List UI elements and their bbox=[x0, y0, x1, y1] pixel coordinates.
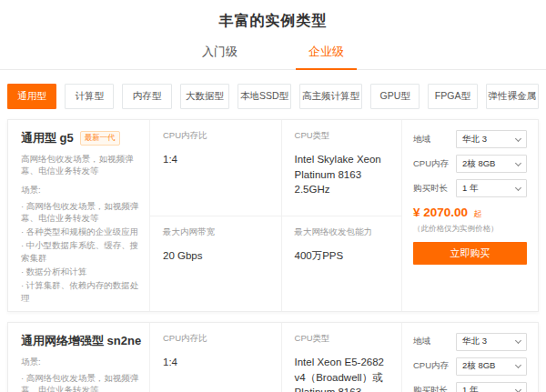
scene-list: 高网络包收发场景，如视频弹幕、电信业务转发等 各种类型和规模的企业级应用 中小型… bbox=[21, 200, 142, 304]
instance-description: 高网络包收发场景，如视频弹幕、电信业务转发等 bbox=[21, 153, 142, 177]
spec-grid: CPU内存比 1:4 CPU类型 Intel Xeon E5-2682 v4（B… bbox=[149, 323, 401, 392]
buy-now-button[interactable]: 立即购买 bbox=[413, 242, 527, 265]
spec-cpu-mem-ratio: CPU内存比 1:4 bbox=[150, 323, 281, 392]
instance-title: 通用型 g5 bbox=[21, 130, 74, 146]
spec-value: 1:4 bbox=[163, 152, 268, 167]
spec-label: 最大网络收发包能力 bbox=[295, 226, 389, 238]
region-select-value: 华北 3 bbox=[462, 134, 487, 146]
spec-label: CPU类型 bbox=[295, 333, 389, 345]
spec-value: 20 Gbps bbox=[163, 248, 268, 264]
price-note: （此价格仅为实例价格） bbox=[413, 224, 527, 235]
scene-item: 中小型数据库系统、缓存、搜索集群 bbox=[21, 239, 142, 264]
cpu-mem-select[interactable]: 2核 8GB bbox=[456, 155, 527, 173]
spec-label: CPU内存比 bbox=[163, 333, 268, 345]
category-tab-memory[interactable]: 内存型 bbox=[122, 84, 171, 109]
spec-cpu-type: CPU类型 Intel Skylake Xeon Platinum 8163 2… bbox=[281, 120, 401, 216]
spec-max-bandwidth: 最大内网带宽 20 Gbps bbox=[150, 216, 281, 311]
spec-cpu-mem-ratio: CPU内存比 1:4 bbox=[150, 120, 281, 216]
region-select[interactable]: 华北 3 bbox=[456, 333, 527, 351]
card-info-section: 通用网络增强型 sn2ne 场景: 高网络包收发场景，如视频弹幕、电信业务转发等… bbox=[8, 323, 149, 392]
chevron-down-icon bbox=[515, 184, 521, 190]
category-tabs: 通用型 计算型 内存型 大数据型 本地SSD型 高主频计算型 GPU型 FPGA… bbox=[7, 84, 539, 109]
category-tab-fpga[interactable]: FPGA型 bbox=[428, 84, 477, 109]
chevron-down-icon bbox=[515, 159, 521, 166]
cpu-mem-select-value: 2核 8GB bbox=[462, 360, 495, 372]
region-select[interactable]: 华北 3 bbox=[456, 130, 527, 148]
chevron-down-icon bbox=[515, 135, 521, 141]
spec-label: 最大内网带宽 bbox=[163, 226, 268, 238]
region-select-value: 华北 3 bbox=[462, 336, 487, 347]
category-tab-gpu[interactable]: GPU型 bbox=[370, 84, 420, 109]
card-info-section: 通用型 g5 最新一代 高网络包收发场景，如视频弹幕、电信业务转发等 场景: 高… bbox=[8, 120, 149, 311]
level-tabs: 入门级 企业级 bbox=[0, 44, 546, 70]
instance-title: 通用网络增强型 sn2ne bbox=[21, 333, 141, 349]
spec-label: CPU内存比 bbox=[163, 130, 268, 142]
spec-value: Intel Xeon E5-2682 v4（Broadwell）或Platinu… bbox=[295, 355, 389, 392]
page-title: 丰富的实例类型 bbox=[0, 0, 546, 31]
purchase-section: 地域 华北 3 CPU内存 2核 8GB 购买时长 1 年 ¥ 2322.00 … bbox=[401, 323, 538, 392]
chevron-down-icon bbox=[515, 362, 521, 368]
category-tab-bare-metal[interactable]: 弹性裸金属 bbox=[486, 84, 540, 109]
spec-cpu-type: CPU类型 Intel Xeon E5-2682 v4（Broadwell）或P… bbox=[281, 323, 401, 392]
category-tab-local-ssd[interactable]: 本地SSD型 bbox=[238, 84, 291, 109]
spec-value: 400万PPS bbox=[295, 248, 389, 264]
duration-select-value: 1 年 bbox=[462, 183, 478, 195]
spec-grid: CPU内存比 1:4 CPU类型 Intel Skylake Xeon Plat… bbox=[149, 120, 401, 311]
duration-label: 购买时长 bbox=[413, 183, 456, 195]
cpu-mem-label: CPU内存 bbox=[413, 360, 456, 372]
cpu-mem-select-value: 2核 8GB bbox=[462, 158, 495, 170]
category-tab-bigdata[interactable]: 大数据型 bbox=[180, 84, 229, 109]
category-tab-general[interactable]: 通用型 bbox=[7, 84, 56, 109]
scene-list: 高网络包收发场景，如视频弹幕、电信业务转发等 各种类型和规模的企业级应用 中小型… bbox=[21, 372, 142, 392]
scene-label: 场景: bbox=[21, 357, 142, 368]
chevron-down-icon bbox=[515, 337, 521, 344]
spec-label: CPU类型 bbox=[295, 130, 389, 142]
instance-card-g5: 通用型 g5 最新一代 高网络包收发场景，如视频弹幕、电信业务转发等 场景: 高… bbox=[7, 119, 539, 312]
scene-item: 高网络包收发场景，如视频弹幕、电信业务转发等 bbox=[21, 372, 142, 392]
category-tab-compute[interactable]: 计算型 bbox=[65, 84, 114, 109]
scene-label: 场景: bbox=[21, 185, 142, 196]
region-label: 地域 bbox=[413, 134, 456, 146]
category-tab-high-clock[interactable]: 高主频计算型 bbox=[299, 84, 362, 109]
cpu-mem-select[interactable]: 2核 8GB bbox=[456, 357, 527, 376]
duration-select[interactable]: 1 年 bbox=[456, 179, 527, 197]
duration-label: 购买时长 bbox=[413, 385, 456, 392]
tab-entry-level[interactable]: 入门级 bbox=[189, 44, 250, 70]
price-suffix: 起 bbox=[474, 209, 482, 218]
chevron-down-icon bbox=[515, 387, 521, 392]
latest-generation-badge: 最新一代 bbox=[80, 131, 120, 146]
tab-enterprise-level[interactable]: 企业级 bbox=[296, 44, 357, 70]
duration-select-value: 1 年 bbox=[462, 385, 478, 392]
scene-item: 计算集群、依赖内存的数据处理 bbox=[21, 279, 142, 304]
spec-value: 1:4 bbox=[163, 355, 268, 370]
scene-item: 各种类型和规模的企业级应用 bbox=[21, 226, 142, 237]
scene-item: 高网络包收发场景，如视频弹幕、电信业务转发等 bbox=[21, 200, 142, 225]
spec-max-pps: 最大网络收发包能力 400万PPS bbox=[281, 216, 401, 311]
spec-value: Intel Skylake Xeon Platinum 8163 2.5GHz bbox=[295, 152, 389, 197]
purchase-section: 地域 华北 3 CPU内存 2核 8GB 购买时长 1 年 ¥ 2070.00 … bbox=[401, 120, 538, 311]
duration-select[interactable]: 1 年 bbox=[456, 382, 527, 392]
instance-card-sn2ne: 通用网络增强型 sn2ne 场景: 高网络包收发场景，如视频弹幕、电信业务转发等… bbox=[7, 322, 539, 392]
scene-item: 数据分析和计算 bbox=[21, 266, 142, 277]
region-label: 地域 bbox=[413, 336, 456, 347]
price: ¥ 2070.00 bbox=[413, 206, 468, 219]
cpu-mem-label: CPU内存 bbox=[413, 158, 456, 170]
